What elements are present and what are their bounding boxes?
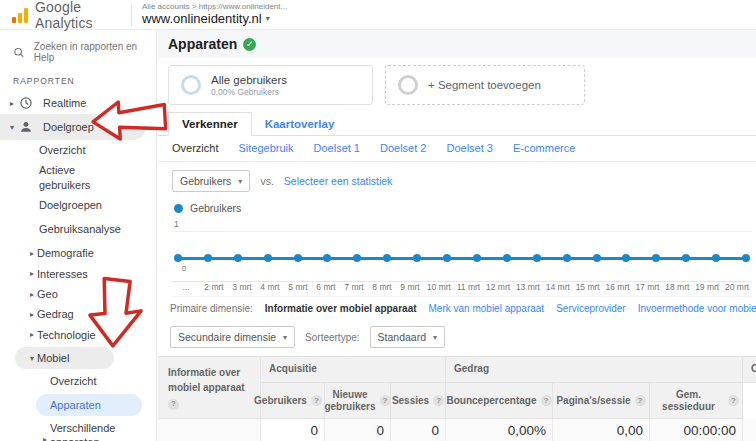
table-header-column-row: Gebruikers↓ Nieuwe gebruikers Sessies Bo… [261, 383, 756, 419]
google-analytics-logo[interactable]: Google Analytics [0, 0, 131, 31]
sidebar-item-label: Geo [37, 287, 58, 301]
data-point[interactable] [383, 254, 391, 262]
data-point[interactable] [533, 254, 541, 262]
add-segment-button[interactable]: + Segment toevoegen [385, 65, 585, 105]
data-point[interactable] [204, 254, 212, 262]
data-point[interactable] [563, 254, 571, 262]
line-chart[interactable]: 1 0 [172, 218, 752, 282]
segment-circle-icon [398, 75, 418, 95]
column-header-nieuwe-gebruikers[interactable]: Nieuwe gebruikers [325, 383, 391, 419]
help-icon[interactable] [541, 395, 552, 406]
segment-all-users[interactable]: Alle gebruikers 0,00% Gebruikers [168, 65, 373, 105]
column-header-paginas-sessie[interactable]: Pagina's/sessie [553, 383, 650, 419]
sidebar-item-mobiel-overzicht[interactable]: Overzicht [0, 371, 156, 391]
chevron-right-icon [40, 435, 50, 441]
subtab-overzicht[interactable]: Overzicht [172, 142, 218, 154]
help-icon[interactable] [728, 395, 739, 406]
data-point[interactable] [353, 254, 361, 262]
column-header-sessies[interactable]: Sessies [391, 383, 446, 419]
primary-dimension-label: Primaire dimensie: [170, 303, 253, 314]
table-header-group-row: Informatie over mobiel apparaat Acquisit… [158, 357, 756, 419]
segment-circle-icon [181, 75, 201, 95]
sidebar-item-actieve-gebruikers[interactable]: Actieve gebruikers [0, 160, 156, 195]
x-tick-label: 7 mrt [340, 282, 368, 296]
sidebar-item-doelgroepen[interactable]: Doelgroepen [0, 195, 156, 215]
subtab-ecommerce[interactable]: E-commerce [513, 142, 575, 154]
data-point[interactable] [742, 254, 750, 262]
chart-legend: Gebruikers [158, 199, 756, 216]
x-tick-label: 14 mrt [543, 282, 573, 296]
chart-plot-area [178, 254, 746, 262]
chevron-right-icon [27, 290, 37, 299]
data-point[interactable] [174, 254, 182, 262]
logo-text: Google Analytics [35, 0, 131, 31]
help-icon[interactable] [168, 399, 179, 410]
sidebar-item-label: Overzicht [39, 143, 85, 157]
column-header-bouncepercentage[interactable]: Bouncepercentage [446, 383, 553, 419]
metric-dropdown[interactable]: Gebruikers [172, 170, 250, 192]
sidebar-item-demografie[interactable]: Demografie [0, 243, 156, 263]
help-icon[interactable] [635, 395, 646, 406]
select-metric-link[interactable]: Selecteer een statistiek [284, 175, 393, 187]
tab-verkenner[interactable]: Verkenner [168, 112, 252, 136]
data-point[interactable] [503, 254, 511, 262]
subtab-doelset-3[interactable]: Doelset 3 [446, 142, 492, 154]
x-tick-label: 2 mrt [200, 282, 228, 296]
person-icon [19, 119, 35, 135]
sidebar-item-verschillende-apparaten[interactable]: Verschillende apparaten BETA [0, 418, 156, 441]
subtab-sitegebruik[interactable]: Sitegebruik [238, 142, 293, 154]
subtab-doelset-2[interactable]: Doelset 2 [380, 142, 426, 154]
x-tick-label: 19 mrt [692, 282, 722, 296]
sidebar-item-gebruiksanalyse[interactable]: Gebruiksanalyse [0, 219, 156, 239]
search-input[interactable]: Zoeken in rapporten en Help [0, 30, 156, 72]
sort-type-dropdown[interactable]: Standaard [370, 326, 445, 348]
secondary-dimension-dropdown[interactable]: Secundaire dimensie [170, 326, 295, 348]
column-header-dimension[interactable]: Informatie over mobiel apparaat [158, 357, 261, 419]
data-point[interactable] [413, 254, 421, 262]
sidebar-item-mobiel[interactable]: Mobiel [15, 347, 114, 369]
help-icon[interactable] [311, 395, 322, 406]
help-icon[interactable] [433, 395, 444, 406]
data-point[interactable] [264, 254, 272, 262]
data-point[interactable] [234, 254, 242, 262]
chevron-down-icon: ▾ [266, 15, 270, 24]
column-header-gem-sessieduur[interactable]: Gem. sessieduur [650, 383, 743, 419]
data-point[interactable] [622, 254, 630, 262]
data-point[interactable] [682, 254, 690, 262]
y-axis-max-label: 1 [174, 219, 179, 229]
property-selector[interactable]: www.onlineidentity.nl ▾ [142, 12, 287, 26]
google-analytics-app: Google Analytics Alle accounts > https:/… [0, 0, 756, 441]
sidebar-item-label: Demografie [37, 246, 94, 260]
data-point[interactable] [712, 254, 720, 262]
sidebar-item-label: Doelgroepen [39, 198, 102, 212]
data-point[interactable] [652, 254, 660, 262]
data-point[interactable] [323, 254, 331, 262]
x-tick-label: 6 mrt [312, 282, 340, 296]
tab-kaartoverlay[interactable]: Kaartoverlay [252, 113, 348, 135]
data-point[interactable] [294, 254, 302, 262]
x-tick-label: 8 mrt [368, 282, 396, 296]
x-tick-label: 17 mrt [633, 282, 663, 296]
x-tick-label: 5 mrt [284, 282, 312, 296]
column-header-gebruikers[interactable]: Gebruikers↓ [261, 383, 325, 419]
dimension-link-invoermethode[interactable]: Invoermethode voor mobiele telefoon [638, 303, 756, 314]
series-dot-icon [174, 204, 183, 213]
x-axis-line [172, 281, 752, 282]
data-point[interactable] [473, 254, 481, 262]
chevron-right-icon [27, 310, 37, 319]
property-name: www.onlineidentity.nl [142, 12, 262, 26]
chevron-right-icon [7, 99, 17, 108]
subtab-doelset-1[interactable]: Doelset 1 [314, 142, 360, 154]
sidebar-item-label: Interesses [37, 267, 88, 281]
dimension-link-merk[interactable]: Merk van mobiel apparaat [429, 303, 545, 314]
dimension-link-serviceprovider[interactable]: Serviceprovider [556, 303, 625, 314]
data-point[interactable] [593, 254, 601, 262]
help-icon[interactable] [380, 395, 391, 406]
sidebar-item-apparaten[interactable]: Apparaten [36, 394, 142, 416]
x-tick-label: 9 mrt [396, 282, 424, 296]
sidebar-item-label: Verschillende apparaten BETA [50, 421, 134, 441]
sidebar: Zoeken in rapporten en Help RAPPORTEN Re… [0, 30, 157, 441]
dimension-active[interactable]: Informatie over mobiel apparaat [265, 303, 417, 314]
vs-label: vs. [260, 175, 273, 187]
data-point[interactable] [443, 254, 451, 262]
